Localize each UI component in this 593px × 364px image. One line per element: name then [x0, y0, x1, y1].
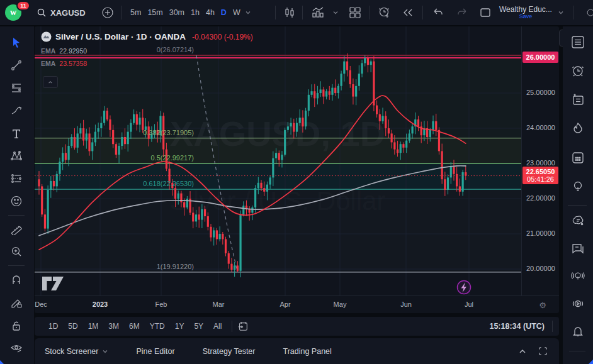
resize-corner[interactable]	[589, 360, 593, 364]
range-6m[interactable]: 6M	[124, 322, 145, 331]
last-price-badge[interactable]: 22.6505005:41:26	[522, 167, 558, 184]
emoji-tool-icon[interactable]	[7, 191, 26, 211]
tab-strategy-tester[interactable]: Strategy Tester	[203, 347, 256, 356]
candle-body	[136, 114, 138, 125]
time-axis-label: Jul	[465, 301, 473, 308]
drawing-mode-tool-icon[interactable]	[7, 293, 26, 313]
measure-tool-icon[interactable]	[7, 219, 26, 239]
indicators-icon[interactable]	[310, 0, 326, 25]
candle-body	[364, 58, 366, 63]
go-to-date-icon[interactable]	[237, 321, 249, 332]
multichart-layout-icon[interactable]	[347, 0, 363, 25]
cursor-tool-icon[interactable]	[7, 33, 26, 53]
candle-body	[305, 111, 307, 126]
create-alert-icon[interactable]	[376, 0, 393, 25]
candle-body	[216, 230, 218, 239]
redo-icon[interactable]	[455, 0, 470, 25]
candles-style-icon[interactable]	[282, 0, 297, 25]
candle-body	[441, 151, 443, 179]
candle-body	[317, 93, 319, 98]
zoom-in-tool-icon[interactable]	[7, 241, 26, 262]
candle-body	[254, 188, 256, 207]
trend-line-tool-icon[interactable]	[7, 55, 26, 75]
maximize-panel-icon[interactable]	[538, 346, 548, 356]
layout-icon[interactable]	[477, 0, 494, 25]
hotlists-flame-icon[interactable]	[568, 118, 587, 140]
tradingview-logo[interactable]	[42, 277, 52, 290]
range-5d[interactable]: 5D	[63, 322, 82, 331]
candle-body	[225, 239, 227, 253]
chart-title[interactable]: Silver / U.S. Dollar · 1D · OANDA	[55, 32, 186, 41]
fib-retracement-tool-icon[interactable]	[7, 78, 26, 98]
candle-body	[91, 142, 93, 151]
timeframe-1w[interactable]: W	[230, 8, 244, 17]
range-1d[interactable]: 1D	[43, 322, 63, 331]
compare-add-symbol-button[interactable]	[101, 0, 115, 25]
timeframe-15m[interactable]: 15m	[144, 8, 166, 17]
camera-icon[interactable]	[584, 0, 593, 25]
range-1y[interactable]: 1Y	[170, 322, 189, 331]
candle-body	[204, 209, 206, 216]
tab-pine-editor[interactable]: Pine Editor	[136, 347, 174, 356]
alerts-icon[interactable]	[568, 60, 587, 82]
chat-icon[interactable]	[568, 238, 587, 259]
legend-collapse-button[interactable]	[43, 76, 58, 88]
ideas-bulb-icon[interactable]	[568, 176, 587, 197]
brush-tool-icon[interactable]	[7, 101, 26, 121]
chevron-down-icon[interactable]	[245, 9, 251, 16]
range-ytd[interactable]: YTD	[145, 322, 170, 331]
ema-legend-row[interactable]: EMA 22.92950	[41, 47, 253, 55]
xabcd-pattern-tool-icon[interactable]	[7, 146, 26, 166]
notes-icon[interactable]	[568, 89, 587, 111]
candle-body	[86, 133, 88, 140]
layout-account-menu[interactable]: Wealthy Educ... Save	[499, 0, 552, 25]
ema-legend-row[interactable]: EMA 23.57358	[41, 60, 253, 67]
tradingview-logo[interactable]	[51, 277, 64, 290]
server-clock[interactable]: 15:18:34 (UTC)	[489, 322, 545, 331]
hide-drawings-tool-icon[interactable]	[7, 338, 26, 358]
forecast-tool-icon[interactable]	[7, 168, 26, 189]
candle-body	[239, 214, 241, 271]
candle-body	[71, 137, 72, 146]
bar-replay-icon[interactable]	[400, 0, 415, 25]
notifications-bell-icon[interactable]	[568, 321, 587, 342]
tab-trading-panel[interactable]: Trading Panel	[283, 347, 331, 356]
price-axis[interactable]: 26.0000025.0000024.0000023.0000022.00000…	[521, 26, 560, 295]
expand-panel-chevron-icon[interactable]	[518, 347, 527, 356]
candle-body	[44, 214, 46, 228]
resize-corner[interactable]	[0, 360, 4, 364]
timeframe-5m[interactable]: 5m	[127, 8, 144, 17]
text-tool-icon[interactable]	[7, 123, 26, 143]
calendar-icon[interactable]	[568, 147, 587, 168]
timeframe-4h[interactable]: 4h	[203, 8, 218, 17]
right-sidebar	[563, 26, 593, 364]
lock-drawings-tool-icon[interactable]	[7, 316, 26, 336]
tab-stock-screener[interactable]: Stock Screener	[45, 347, 108, 356]
range-5y[interactable]: 5Y	[189, 322, 208, 331]
streams-icon[interactable]	[568, 293, 587, 314]
indicator-templates-chevron-icon[interactable]	[331, 0, 340, 25]
alert-price-badge[interactable]: 26.00000	[522, 52, 558, 63]
layout-menu-chevron-icon[interactable]	[556, 0, 565, 25]
candle-body	[459, 186, 461, 191]
time-axis[interactable]: ⚙ Dec2023FebMarAprMayJunJul	[35, 295, 559, 314]
timeframe-30m[interactable]: 30m	[166, 8, 188, 17]
live-ideas-icon[interactable]	[568, 265, 587, 287]
axis-settings-gear-icon[interactable]: ⚙	[537, 299, 548, 311]
timeframe-1h[interactable]: 1h	[188, 8, 203, 17]
watermark-symbol: XAGUSD, 1D	[170, 114, 385, 153]
magnet-tool-icon[interactable]	[7, 270, 26, 290]
candle-body	[349, 70, 351, 84]
symbol-search-button[interactable]: XAGUSD	[37, 0, 86, 25]
candle-body	[299, 118, 301, 123]
range-3m[interactable]: 3M	[103, 322, 124, 331]
timeframe-1d[interactable]: D	[218, 8, 230, 17]
minds-icon[interactable]	[568, 210, 587, 231]
undo-icon[interactable]	[431, 0, 446, 25]
range-1m[interactable]: 1M	[83, 322, 104, 331]
toolbar-divider	[573, 6, 573, 19]
range-all[interactable]: All	[208, 322, 227, 331]
watchlist-icon[interactable]	[568, 31, 587, 53]
save-button[interactable]: Save	[519, 13, 533, 19]
candle-body	[417, 119, 419, 126]
